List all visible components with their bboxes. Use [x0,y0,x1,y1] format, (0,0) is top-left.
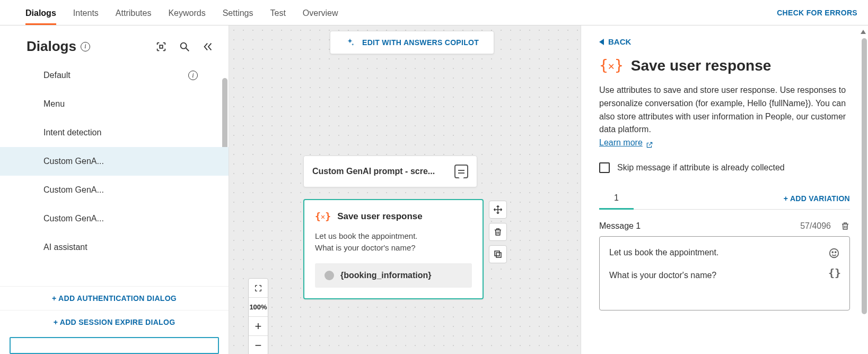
node-body-line2: What is your doctor's name? [315,242,472,254]
sidebar: Dialogs i Default i [0,25,229,354]
prompt-card-title: Custom GenAI prompt - scre... [312,167,435,176]
add-auth-dialog-button[interactable]: + ADD AUTHENTICATION DIALOG [0,286,229,310]
tab-keywords[interactable]: Keywords [168,0,205,25]
message-text[interactable]: Let us book the appointment. What is you… [609,245,823,301]
add-variation-button[interactable]: + ADD VARIATION [784,194,850,203]
tab-settings[interactable]: Settings [223,0,253,25]
external-link-icon [646,140,653,147]
dialog-item-intent-detection[interactable]: Intent detection [0,118,229,147]
tab-intents[interactable]: Intents [73,0,99,25]
skip-checkbox-row: Skip message if attribute is already col… [599,162,850,173]
node-header: {✕} Save user response [315,211,472,222]
svg-line-2 [186,48,189,51]
zoom-out-button[interactable]: − [249,336,268,354]
save-user-response-node[interactable]: {✕} Save user response Let us book the a… [303,199,484,299]
sidebar-search-input[interactable] [10,337,219,354]
select-all-icon[interactable] [155,41,167,53]
node-toolbar [489,201,507,263]
skip-checkbox-label: Skip message if attribute is already col… [617,163,785,172]
duplicate-node-button[interactable] [489,245,507,263]
attribute-brace-icon: {✕} [599,57,624,74]
sidebar-title: Dialogs i [27,38,90,55]
node-body-line1: Let us book the appointment. [315,230,472,242]
sidebar-header: Dialogs i [0,25,229,61]
svg-point-6 [832,252,833,253]
back-label: BACK [608,37,631,46]
message-header: Message 1 57/4096 [599,221,850,231]
info-icon[interactable]: i [81,42,90,51]
prompt-card[interactable]: Custom GenAI prompt - scre... [303,156,477,187]
topbar-tabs: Dialogs Intents Attributes Keywords Sett… [25,0,338,25]
message-tools: {} [828,245,840,301]
right-panel: BACK {✕} Save user response Use attribut… [581,25,868,354]
canvas[interactable]: EDIT WITH ANSWERS COPILOT Custom GenAI p… [229,25,581,354]
char-count: 57/4096 [800,221,831,231]
panel-description-text: Use attributes to save and store user re… [599,85,846,134]
search-icon[interactable] [179,41,190,53]
back-arrow-icon [599,39,604,45]
dialog-item-label: AI assistant [43,243,87,252]
svg-rect-0 [160,45,163,48]
learn-more-link[interactable]: Learn more [599,136,653,150]
message-textarea[interactable]: Let us book the appointment. What is you… [599,236,850,310]
topbar: Dialogs Intents Attributes Keywords Sett… [0,0,868,25]
sidebar-header-actions [155,41,214,53]
info-icon[interactable]: i [188,71,198,80]
attribute-brace-icon: {✕} [315,211,331,222]
fit-view-button[interactable] [249,279,268,298]
dialog-item-custom-gena-3[interactable]: Custom GenA... [0,204,229,233]
tab-test[interactable]: Test [270,0,285,25]
dialog-item-label: Custom GenA... [43,214,104,223]
copilot-label: EDIT WITH ANSWERS COPILOT [362,38,479,47]
sparkle-icon [345,38,355,47]
scrollbar-thumb[interactable] [862,38,867,314]
dialog-item-label: Menu [43,99,65,109]
dialog-item-custom-gena-2[interactable]: Custom GenA... [0,176,229,204]
learn-more-label: Learn more [599,136,643,150]
panel-description: Use attributes to save and store user re… [599,84,850,150]
insert-attribute-button[interactable]: {} [828,266,840,278]
scroll-up-icon[interactable] [861,30,866,34]
variation-tab-1[interactable]: 1 [599,188,634,210]
dialog-item-label: Custom GenA... [43,157,104,166]
move-node-button[interactable] [489,201,507,219]
dialog-item-label: Intent detection [43,128,101,137]
back-button[interactable]: BACK [599,37,850,46]
add-session-expire-dialog-button[interactable]: + ADD SESSION EXPIRE DIALOG [0,310,229,334]
zoom-level-label: 100% [249,298,268,317]
dialog-item-label: Custom GenA... [43,185,104,195]
sidebar-title-text: Dialogs [27,38,76,55]
skip-checkbox[interactable] [599,162,610,173]
message-label: Message 1 [599,221,641,231]
svg-rect-4 [495,251,499,256]
edit-with-copilot-button[interactable]: EDIT WITH ANSWERS COPILOT [330,31,494,54]
delete-message-button[interactable] [840,221,850,231]
node-title: Save user response [337,211,423,222]
chat-icon [454,165,468,178]
attribute-name: {booking_information} [340,271,432,280]
tab-dialogs[interactable]: Dialogs [25,0,56,25]
dialog-item-ai-assistant[interactable]: AI assistant [0,233,229,262]
svg-point-5 [830,249,839,258]
check-for-errors-button[interactable]: CHECK FOR ERRORS [777,8,857,17]
tab-overview[interactable]: Overview [303,0,338,25]
emoji-picker-button[interactable] [828,247,840,259]
variation-tabs: 1 + ADD VARIATION [599,188,850,210]
message-line1: Let us book the appointment. [609,245,823,261]
dialog-item-custom-gena-1[interactable]: Custom GenA... [0,147,229,176]
dialog-list[interactable]: Default i Menu Intent detection Custom G… [0,61,229,286]
zoom-controls: 100% + − [248,278,268,354]
attribute-pill[interactable]: {booking_information} [315,263,472,288]
panel-title-row: {✕} Save user response [599,57,850,74]
collapse-icon[interactable] [202,41,214,53]
dialog-item-menu[interactable]: Menu [0,90,229,118]
workspace: Dialogs i Default i [0,25,868,354]
delete-node-button[interactable] [489,223,507,241]
zoom-in-button[interactable]: + [249,317,268,336]
tab-attributes[interactable]: Attributes [116,0,152,25]
dialog-item-label: Default [43,71,71,80]
dialog-item-default[interactable]: Default i [0,61,229,90]
message-line2: What is your doctor's name? [609,268,823,283]
svg-rect-3 [496,253,501,257]
svg-point-1 [181,42,187,48]
